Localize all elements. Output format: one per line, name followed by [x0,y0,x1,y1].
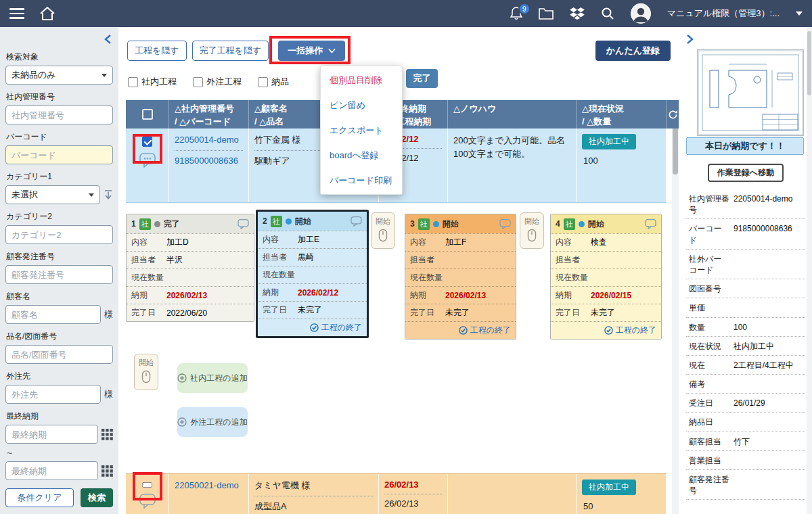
search-target-select[interactable]: 未納品のみ [5,66,113,85]
search-icon[interactable] [601,7,614,20]
bulk-action-button[interactable]: 一括操作 [278,41,345,61]
process-card-1[interactable]: 1 社 完了 内容加工D 担当者半沢 現在数量 納期2026/02/13 完了日… [126,214,254,322]
check-circle-icon [604,326,613,335]
customer-suffix: 様 [104,308,113,321]
mouse-icon [141,370,151,383]
card-due: 2026/02/13 [445,291,486,300]
add-external-process-button[interactable]: 外注工程の追加 [177,407,248,437]
scrollbar-thumb[interactable] [807,31,811,95]
comment-bubble-icon[interactable] [139,494,156,509]
customer-name: タミヤ電機 様 [254,480,373,492]
folder-icon[interactable] [539,7,554,20]
add-internal-process-button[interactable]: 社内工程の追加 [177,363,248,393]
header-id-barcode[interactable]: △社内管理番号 / △バーコード [169,100,249,128]
start-drop-target[interactable]: 開始 [134,354,158,390]
main-scrollbar[interactable] [672,100,679,514]
detail-row: 営業担当 [686,451,805,470]
divider [254,496,373,496]
product-label: 品名/図面番号 [6,331,113,342]
search-button[interactable]: 検索 [81,488,113,507]
product-input[interactable] [5,345,113,364]
comment-bubble-icon[interactable] [238,219,249,229]
hide-completed-button[interactable]: 完了工程を隠す [192,41,269,61]
internal-process-label: 社内工程 [141,76,177,88]
notifications-bell-icon[interactable]: 9 [510,7,522,20]
menu-item-barcode-print[interactable]: バーコード印刷 [321,168,402,193]
card-done: 未完了 [298,304,322,316]
check-circle-icon [310,323,319,332]
card-content: 検査 [591,237,607,248]
row-checkbox[interactable] [142,482,152,488]
barcode-input[interactable] [5,145,113,164]
header-status-quantity[interactable]: △現在状況 / △数量 [577,100,667,128]
menu-item-delete[interactable]: 個別品目削除 [321,68,402,93]
outsource-input[interactable] [5,385,101,404]
dropbox-icon[interactable] [570,7,585,20]
quantity-value: 50 [582,501,660,511]
tree-expand-icon[interactable] [104,189,113,200]
final-due-from-input[interactable] [5,425,98,444]
comment-bubble-icon[interactable] [139,153,156,168]
item-id-link[interactable]: 22050021-demo [175,480,243,492]
sidebar-collapse-icon[interactable] [104,34,112,47]
internal-process-checkbox[interactable] [128,77,138,87]
card-type-badge: 社 [139,218,151,230]
easy-register-button[interactable]: かんたん登録 [595,41,671,61]
process-due-date: 26/02/13 [384,498,442,509]
row-checkbox[interactable] [142,137,152,147]
category1-select[interactable]: 未選択 [5,185,100,204]
item-barcode-link[interactable]: 9185000008636 [175,155,243,167]
header-knowhow[interactable]: △ノウハウ [448,100,577,128]
customer-input[interactable] [5,305,101,324]
home-icon[interactable] [39,6,55,21]
outsource-suffix: 様 [104,388,113,400]
clear-conditions-button[interactable]: 条件クリア [5,488,74,507]
comment-bubble-icon[interactable] [645,219,656,229]
plus-circle-icon [177,417,187,427]
customer-order-input[interactable] [5,265,113,284]
comment-bubble-icon[interactable] [351,216,362,227]
chevron-down-icon [89,193,94,197]
panel-scrollbar[interactable] [807,27,812,514]
chevron-down-icon [328,48,336,53]
panel-expand-icon[interactable] [686,34,694,47]
kanri-input[interactable] [5,106,113,124]
card-number: 1 [131,219,136,229]
final-due-to-input[interactable] [5,461,98,480]
done-filter-button[interactable]: 完了 [406,69,438,88]
refresh-icon[interactable] [667,100,679,128]
end-process-link[interactable]: 工程の終了 [551,321,661,339]
detail-row: 社内管理番号22050014-demo [686,189,805,219]
user-menu-chevron-icon[interactable] [796,11,803,16]
card-state: 完了 [164,218,180,230]
external-process-checkbox[interactable] [193,77,203,87]
status-dot [579,221,585,227]
process-card-4[interactable]: 4 社 開始 内容検査 担当者 現在数量 納期2026/02/15 完了日未完了… [550,214,662,340]
end-process-link[interactable]: 工程の終了 [405,321,516,339]
menu-item-board-register[interactable]: boardへ登録 [321,143,402,168]
process-card-2[interactable]: 2 社 開始 内容加工E 担当者黒崎 現在数量 納期2026/02/12 完了日… [256,210,369,338]
move-to-work-register-button[interactable]: 作業登録へ移動 [708,164,784,182]
menu-item-pin[interactable]: ピン留め [321,93,402,118]
status-dot [433,221,439,227]
main-toolbar: 工程を隠す 完了工程を隠す 一括操作 [127,41,345,61]
calendar-icon[interactable] [102,465,113,477]
delivery-checkbox[interactable] [258,77,268,87]
detail-row: 図面番号 [686,279,805,298]
avatar[interactable] [631,3,651,24]
category2-input[interactable] [5,225,113,244]
comment-bubble-icon[interactable] [499,219,511,229]
status-badge: 社内加工中 [582,134,636,149]
divider [175,150,243,151]
process-card-3[interactable]: 3 社 開始 内容加工F 担当者 現在数量 納期2026/02/13 完了日未完… [405,214,516,340]
start-drop-target[interactable]: 開始 [371,212,395,249]
item-id-link[interactable]: 22050014-demo [175,134,243,146]
menu-item-export[interactable]: エクスポート [321,118,402,143]
end-process-link[interactable]: 工程の終了 [258,319,367,336]
start-drop-target[interactable]: 開始 [520,212,544,249]
menu-icon[interactable] [9,8,24,19]
hide-process-button[interactable]: 工程を隠す [127,41,187,61]
drawing-thumbnail[interactable] [697,49,804,136]
select-all-checkbox[interactable] [142,109,153,120]
calendar-icon[interactable] [102,429,113,440]
